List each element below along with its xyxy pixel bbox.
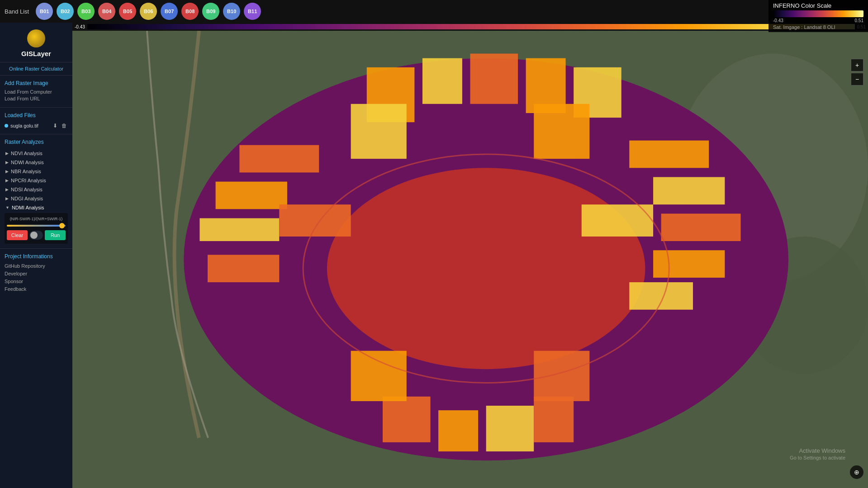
band-button-b07[interactable]: B07 bbox=[161, 3, 178, 20]
sidebar: GISLayer Online Raster Calculator Add Ra… bbox=[0, 23, 72, 488]
file-delete-btn[interactable]: 🗑 bbox=[61, 122, 68, 129]
map-controls: + − bbox=[851, 59, 863, 85]
svg-rect-21 bbox=[653, 250, 725, 278]
band-button-b06[interactable]: B06 bbox=[140, 3, 157, 20]
svg-point-8 bbox=[327, 168, 645, 369]
load-from-computer-link[interactable]: Load From Computer bbox=[5, 89, 68, 95]
chevron-icon: ▼ bbox=[5, 205, 9, 210]
file-dot bbox=[5, 124, 8, 128]
map-visualization bbox=[72, 31, 868, 488]
zoom-in-button[interactable]: + bbox=[851, 59, 863, 71]
logo-icon bbox=[27, 29, 45, 47]
analysis-item-ndmi-analysis[interactable]: ▼NDMI Analysis bbox=[5, 203, 68, 212]
ndmi-expanded-panel: (NIR-SWIR-1)/(NIR+SWIR-1) Clear Run bbox=[5, 213, 68, 244]
file-download-btn[interactable]: ⬇ bbox=[52, 122, 58, 129]
color-scale-bar bbox=[773, 10, 863, 17]
analysis-item-ndwi-analysis[interactable]: ▶NDWI Analysis bbox=[5, 158, 68, 167]
svg-rect-25 bbox=[486, 406, 534, 451]
band-button-b10[interactable]: B10 bbox=[223, 3, 240, 20]
svg-rect-14 bbox=[239, 145, 319, 173]
project-links-container: GitHub RepositoryDeveloperSponsorFeedbac… bbox=[5, 263, 68, 292]
run-button[interactable]: Run bbox=[45, 230, 66, 240]
locator-button[interactable]: ⊕ bbox=[850, 465, 863, 479]
add-raster-title: Add Raster Image bbox=[5, 80, 68, 86]
load-from-url-link[interactable]: Load From URL bbox=[5, 96, 68, 101]
color-scale-title: INFERNO Color Scale bbox=[773, 2, 863, 9]
band-button-b11[interactable]: B11 bbox=[244, 3, 261, 20]
svg-rect-22 bbox=[629, 282, 693, 310]
svg-rect-17 bbox=[208, 255, 279, 282]
file-item: sugla golu.tif ⬇ 🗑 bbox=[5, 122, 68, 129]
analysis-label: NDMI Analysis bbox=[12, 205, 44, 210]
map-container[interactable]: -0.43 0.51 bbox=[72, 23, 868, 488]
analysis-label: NDWI Analysis bbox=[11, 160, 44, 165]
loaded-files-title: Loaded Files bbox=[5, 112, 68, 118]
band-button-b01[interactable]: B01 bbox=[36, 3, 53, 20]
color-scale-labels: -0.43 0.51 bbox=[773, 18, 863, 23]
band-button-b04[interactable]: B04 bbox=[98, 3, 115, 20]
svg-rect-31 bbox=[351, 351, 407, 401]
svg-rect-23 bbox=[383, 397, 431, 442]
svg-rect-19 bbox=[653, 177, 725, 205]
svg-rect-24 bbox=[438, 410, 478, 451]
analysis-item-npcri-analysis[interactable]: ▶NPCRI Analysis bbox=[5, 176, 68, 185]
band-button-b02[interactable]: B02 bbox=[57, 3, 74, 20]
analysis-item-ndvi-analysis[interactable]: ▶NDVI Analysis bbox=[5, 149, 68, 158]
bands-container: B01B02B03B04B05B06B07B08B09B10B11 bbox=[36, 3, 261, 20]
band-list-label: Band List bbox=[5, 8, 29, 15]
color-scale-panel: INFERNO Color Scale -0.43 0.51 Sat. Imga… bbox=[768, 0, 868, 32]
scale-bar-container: -0.43 0.51 bbox=[72, 23, 868, 31]
svg-rect-32 bbox=[534, 351, 589, 401]
analysis-items-container: ▶NDVI Analysis▶NDWI Analysis▶NBR Analysi… bbox=[5, 149, 68, 212]
svg-rect-16 bbox=[199, 218, 279, 242]
chevron-icon: ▶ bbox=[5, 160, 9, 165]
svg-rect-15 bbox=[216, 182, 287, 209]
svg-rect-29 bbox=[279, 204, 351, 237]
top-band-bar: Band List B01B02B03B04B05B06B07B08B09B10… bbox=[0, 0, 868, 23]
raster-analyzes-section: Raster Analyzes ▶NDVI Analysis▶NDWI Anal… bbox=[0, 134, 72, 249]
logo-text: GISLayer bbox=[21, 50, 51, 57]
band-button-b08[interactable]: B08 bbox=[181, 3, 199, 20]
toggle-circle bbox=[30, 232, 38, 239]
project-info-title: Project Informations bbox=[5, 253, 68, 260]
project-link-github-repository[interactable]: GitHub Repository bbox=[5, 263, 68, 269]
zoom-out-button[interactable]: − bbox=[851, 73, 863, 85]
analysis-label: NDGI Analysis bbox=[11, 196, 43, 201]
add-raster-section: Add Raster Image Load From Computer Load… bbox=[0, 76, 72, 108]
main-layout: GISLayer Online Raster Calculator Add Ra… bbox=[0, 23, 868, 488]
scale-label-left: -0.43 bbox=[72, 24, 87, 29]
scale-bar-gradient bbox=[87, 24, 855, 29]
analysis-label: NDVI Analysis bbox=[11, 151, 43, 156]
svg-rect-27 bbox=[351, 104, 407, 159]
scale-max: 0.51 bbox=[855, 18, 863, 23]
ndmi-slider-track[interactable] bbox=[7, 225, 66, 227]
online-raster-calculator-label: Online Raster Calculator bbox=[0, 62, 72, 76]
analysis-label: NBR Analysis bbox=[11, 169, 41, 174]
chevron-icon: ▶ bbox=[5, 151, 9, 156]
raster-analyzes-title: Raster Analyzes bbox=[5, 139, 68, 145]
logo-area: GISLayer bbox=[0, 23, 72, 62]
svg-rect-28 bbox=[534, 104, 589, 159]
chevron-icon: ▶ bbox=[5, 178, 9, 183]
analysis-label: NDSI Analysis bbox=[11, 187, 43, 192]
svg-rect-20 bbox=[661, 213, 741, 241]
project-link-developer[interactable]: Developer bbox=[5, 271, 68, 276]
windows-watermark: Activate WindowsGo to Settings to activa… bbox=[790, 447, 845, 461]
sat-image-label: Sat. Imgage : Landsat 8 OLI bbox=[773, 24, 863, 30]
band-button-b09[interactable]: B09 bbox=[202, 3, 219, 20]
ndmi-formula: (NIR-SWIR-1)/(NIR+SWIR-1) bbox=[7, 217, 66, 221]
toggle-button[interactable] bbox=[29, 231, 43, 240]
svg-rect-11 bbox=[470, 54, 518, 104]
analysis-label: NPCRI Analysis bbox=[11, 178, 46, 183]
ndmi-buttons: Clear Run bbox=[7, 230, 66, 240]
svg-rect-18 bbox=[629, 141, 709, 168]
project-link-sponsor[interactable]: Sponsor bbox=[5, 279, 68, 284]
analysis-item-ndgi-analysis[interactable]: ▶NDGI Analysis bbox=[5, 194, 68, 203]
clear-button[interactable]: Clear bbox=[7, 230, 28, 240]
analysis-item-ndsi-analysis[interactable]: ▶NDSI Analysis bbox=[5, 185, 68, 194]
project-info-section: Project Informations GitHub RepositoryDe… bbox=[0, 249, 72, 298]
band-button-b03[interactable]: B03 bbox=[77, 3, 95, 20]
analysis-item-nbr-analysis[interactable]: ▶NBR Analysis bbox=[5, 167, 68, 176]
project-link-feedback[interactable]: Feedback bbox=[5, 286, 68, 292]
band-button-b05[interactable]: B05 bbox=[119, 3, 136, 20]
